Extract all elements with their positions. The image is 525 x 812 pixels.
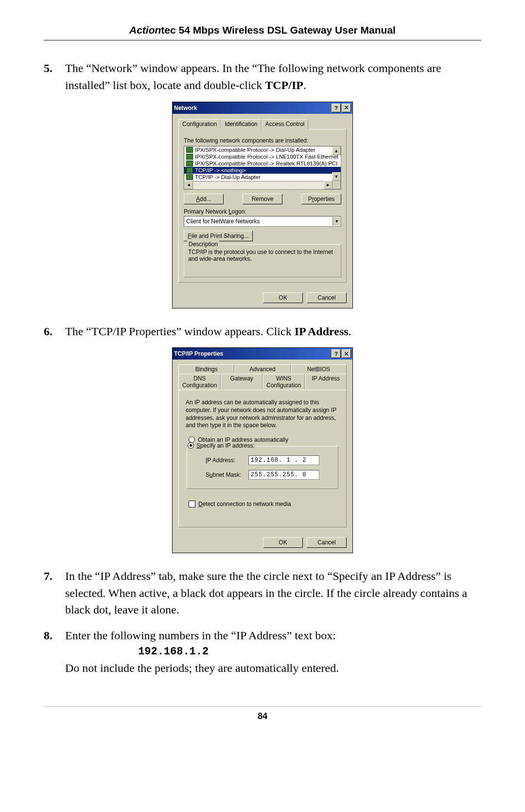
file-print-sharing-button[interactable]: File and Print Sharing... bbox=[184, 231, 253, 241]
scroll-corner bbox=[332, 180, 341, 189]
scroll-down-icon[interactable]: ▼ bbox=[332, 172, 341, 181]
scroll-right-icon[interactable]: ► bbox=[324, 180, 332, 189]
step-6: 6. The “TCP/IP Properties” window appear… bbox=[44, 323, 481, 340]
network-tabs: Configuration Identification Access Cont… bbox=[178, 119, 347, 129]
protocol-icon bbox=[186, 167, 193, 173]
network-dialog: Network ? ✕ Configuration Identification… bbox=[172, 102, 353, 308]
tab-access-control[interactable]: Access Control bbox=[262, 119, 309, 129]
tab-netbios[interactable]: NetBIOS bbox=[291, 364, 347, 374]
step-7-number: 7. bbox=[44, 568, 65, 618]
ip-code: 192.168.1.2 bbox=[138, 644, 481, 660]
network-title: Network bbox=[174, 105, 197, 111]
ip-address-panel: An IP address can be automatically assig… bbox=[178, 390, 347, 527]
list-item[interactable]: IPX/SPX-compatible Protocol -> LNE100TX … bbox=[184, 153, 341, 160]
tab-ip-address[interactable]: IP Address bbox=[305, 374, 347, 390]
footer-divider bbox=[44, 706, 481, 706]
ip-explanation: An IP address can be automatically assig… bbox=[186, 399, 339, 429]
logon-value: Client for NetWare Networks bbox=[186, 218, 260, 225]
cancel-button[interactable]: Cancel bbox=[307, 292, 347, 303]
description-title: Description bbox=[187, 241, 219, 248]
list-item-selected[interactable]: TCP/IP -> <nothing> bbox=[184, 167, 341, 174]
protocol-icon bbox=[186, 161, 193, 166]
components-label: The following network components are ins… bbox=[184, 137, 341, 144]
tcpip-tabs-lower: DNS Configuration Gateway WINS Configura… bbox=[178, 374, 347, 390]
tab-wins[interactable]: WINS Configuration bbox=[262, 374, 305, 390]
tab-identification[interactable]: Identification bbox=[221, 119, 261, 129]
subnet-mask-label: Subnet Mask: bbox=[206, 471, 248, 478]
cancel-button[interactable]: Cancel bbox=[307, 537, 347, 548]
tcpip-dialog: TCP/IP Properties ? ✕ Bindings Advanced … bbox=[172, 347, 353, 553]
list-item[interactable]: IPX/SPX-compatible Protocol -> Dial-Up A… bbox=[184, 146, 341, 153]
brand-rest: tec 54 Mbps Wireless DSL Gateway User Ma… bbox=[161, 24, 396, 36]
tcpip-tabs-upper: Bindings Advanced NetBIOS bbox=[178, 364, 347, 374]
step-7: 7. In the “IP Address” tab, make sure th… bbox=[44, 568, 481, 618]
header-divider bbox=[44, 40, 481, 40]
tcpip-title: TCP/IP Properties bbox=[174, 350, 223, 357]
logon-label: Primary Network Logon: bbox=[184, 208, 341, 215]
protocol-icon bbox=[186, 147, 193, 153]
protocol-icon bbox=[186, 174, 193, 180]
ok-button[interactable]: OK bbox=[263, 537, 303, 548]
horizontal-scrollbar[interactable] bbox=[184, 181, 332, 189]
description-text: TCP/IP is the protocol you use to connec… bbox=[188, 249, 337, 262]
properties-button[interactable]: Properties bbox=[301, 194, 341, 204]
close-icon[interactable]: ✕ bbox=[342, 104, 351, 112]
ip-address-label: IP Address: bbox=[206, 457, 248, 464]
tab-gateway[interactable]: Gateway bbox=[221, 374, 262, 390]
tab-dns[interactable]: DNS Configuration bbox=[178, 374, 221, 390]
chevron-down-icon[interactable]: ▼ bbox=[332, 217, 341, 226]
step-5-number: 5. bbox=[44, 60, 65, 94]
step-7-body: In the “IP Address” tab, make sure the t… bbox=[65, 568, 481, 618]
specify-group: Specify an IP address: IP Address: 192.1… bbox=[187, 446, 338, 489]
step-5-body: The “Network” window appears. In the “Th… bbox=[65, 60, 481, 94]
ok-button[interactable]: OK bbox=[263, 292, 303, 303]
detect-row[interactable]: Detect connection to network media bbox=[189, 501, 336, 507]
ip-address-input[interactable]: 192.168. 1 . 2 bbox=[248, 455, 319, 465]
step-8-number: 8. bbox=[44, 627, 65, 676]
tcpip-titlebar: TCP/IP Properties ? ✕ bbox=[173, 348, 352, 360]
scroll-left-icon[interactable]: ◄ bbox=[184, 180, 193, 189]
description-group: Description TCP/IP is the protocol you u… bbox=[184, 244, 341, 277]
step-5: 5. The “Network” window appears. In the … bbox=[44, 60, 481, 94]
step-6-number: 6. bbox=[44, 323, 65, 340]
close-icon[interactable]: ✕ bbox=[342, 349, 351, 358]
list-item[interactable]: IPX/SPX-compatible Protocol -> Realtek R… bbox=[184, 160, 341, 167]
radio-specify[interactable] bbox=[188, 442, 194, 449]
configuration-panel: The following network components are ins… bbox=[178, 129, 347, 283]
list-item[interactable]: TCP/IP -> Dial-Up Adapter bbox=[184, 174, 341, 180]
tab-advanced[interactable]: Advanced bbox=[234, 364, 290, 374]
step-6-body: The “TCP/IP Properties” window appears. … bbox=[65, 323, 481, 340]
add-button[interactable]: Add... bbox=[184, 194, 224, 204]
subnet-mask-input[interactable]: 255.255.255. 0 bbox=[248, 470, 319, 480]
protocol-icon bbox=[186, 154, 193, 160]
components-listbox[interactable]: IPX/SPX-compatible Protocol -> Dial-Up A… bbox=[184, 146, 341, 190]
help-icon[interactable]: ? bbox=[332, 349, 341, 358]
brand-italic: Action bbox=[129, 24, 161, 36]
help-icon[interactable]: ? bbox=[332, 104, 341, 112]
page-header: Actiontec 54 Mbps Wireless DSL Gateway U… bbox=[44, 24, 481, 36]
detect-checkbox[interactable] bbox=[189, 501, 195, 507]
page-number: 84 bbox=[44, 711, 481, 722]
step-8: 8. Enter the following numbers in the “I… bbox=[44, 627, 481, 676]
tab-bindings[interactable]: Bindings bbox=[178, 364, 234, 374]
network-titlebar: Network ? ✕ bbox=[173, 102, 352, 114]
tab-configuration[interactable]: Configuration bbox=[178, 119, 221, 129]
step-8-body: Enter the following numbers in the “IP A… bbox=[65, 627, 481, 676]
radio-specify-label: Specify an IP address: bbox=[196, 442, 255, 449]
logon-dropdown[interactable]: Client for NetWare Networks ▼ bbox=[184, 216, 341, 227]
remove-button[interactable]: Remove bbox=[243, 194, 282, 204]
scroll-up-icon[interactable]: ▲ bbox=[332, 146, 341, 155]
